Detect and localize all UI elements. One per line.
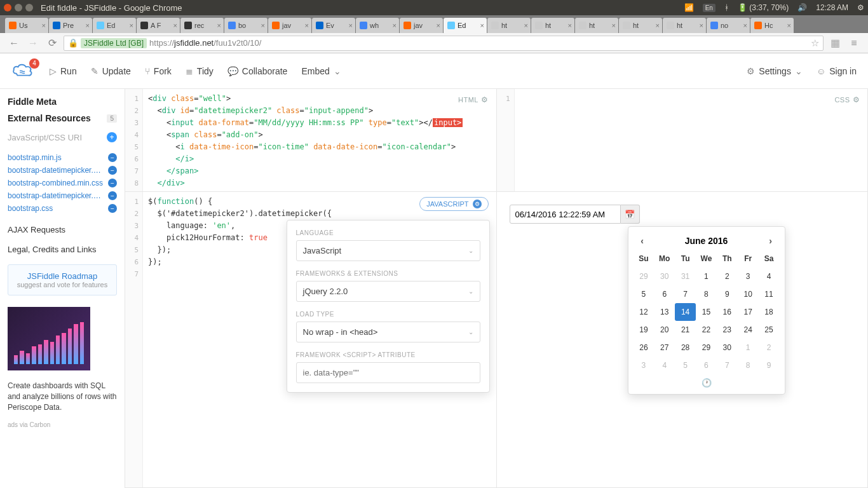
browser-tab[interactable]: ht× (575, 18, 618, 33)
calendar-day[interactable]: 25 (759, 321, 780, 339)
calendar-day[interactable]: 22 (696, 321, 717, 339)
embed-button[interactable]: Embed⌄ (301, 66, 341, 76)
close-tab-icon[interactable]: × (700, 22, 703, 29)
loadtype-select[interactable]: No wrap - in <head>⌄ (296, 322, 480, 342)
close-tab-icon[interactable]: × (612, 22, 616, 29)
close-tab-icon[interactable]: × (480, 22, 484, 29)
next-month-button[interactable]: › (764, 236, 777, 246)
external-resources-heading[interactable]: External Resources (8, 113, 91, 123)
forward-button[interactable]: → (25, 36, 41, 51)
calendar-day[interactable]: 21 (675, 321, 696, 339)
browser-tab[interactable]: ht× (531, 18, 574, 33)
settings-button[interactable]: ⚙Settings⌄ (747, 66, 803, 76)
calendar-day[interactable]: 12 (634, 303, 654, 321)
wifi-icon[interactable]: 📶 (684, 3, 694, 12)
calendar-day[interactable]: 24 (738, 321, 759, 339)
calendar-day[interactable]: 14 (675, 303, 696, 321)
jsfiddle-logo[interactable]: 4 (11, 62, 36, 80)
time-toggle-button[interactable]: 🕐 (634, 374, 780, 389)
calendar-day[interactable]: 8 (696, 285, 717, 303)
browser-tab[interactable]: ht× (619, 18, 662, 33)
gear-icon[interactable]: ⚙ (481, 95, 489, 104)
calendar-day[interactable]: 20 (654, 321, 675, 339)
notifications-badge[interactable]: 4 (29, 58, 39, 69)
window-close-button[interactable] (4, 4, 11, 11)
calendar-day[interactable]: 28 (675, 339, 696, 356)
calendar-day[interactable]: 30 (654, 268, 675, 285)
update-button[interactable]: ✎Update (91, 66, 131, 76)
roadmap-card[interactable]: JSFiddle Roadmap suggest and vote for fe… (8, 264, 117, 295)
css-pane[interactable]: CSS⚙ 1 (497, 89, 869, 192)
close-tab-icon[interactable]: × (261, 22, 265, 29)
close-tab-icon[interactable]: × (656, 22, 660, 29)
calendar-day[interactable]: 2 (717, 268, 738, 285)
calendar-day[interactable]: 5 (675, 356, 696, 374)
window-maximize-button[interactable] (25, 4, 33, 11)
resource-item[interactable]: bootstrap-combined.min.css− (8, 177, 117, 189)
calendar-day[interactable]: 26 (634, 339, 654, 356)
calendar-day[interactable]: 9 (759, 356, 780, 374)
calendar-day[interactable]: 27 (654, 339, 675, 356)
ad-image[interactable] (8, 307, 90, 370)
calendar-day[interactable]: 19 (634, 321, 654, 339)
remove-resource-button[interactable]: − (108, 153, 117, 162)
calendar-day[interactable]: 29 (634, 268, 654, 285)
calendar-day[interactable]: 6 (654, 285, 675, 303)
html-editor[interactable]: <div class="well"> <div id="datetimepick… (143, 89, 496, 191)
calendar-day[interactable]: 11 (759, 285, 780, 303)
calendar-day[interactable]: 4 (759, 268, 780, 285)
close-tab-icon[interactable]: × (437, 22, 440, 29)
script-attr-input[interactable] (296, 362, 480, 383)
close-tab-icon[interactable]: × (787, 22, 791, 29)
browser-tab[interactable]: Ed× (444, 18, 487, 33)
volume-icon[interactable]: 🔊 (797, 3, 807, 12)
lang-indicator[interactable]: En (703, 4, 715, 12)
browser-tab[interactable]: A F× (137, 18, 180, 33)
calendar-day[interactable]: 6 (696, 356, 717, 374)
calendar-day[interactable]: 3 (738, 268, 759, 285)
datetime-input[interactable] (510, 205, 621, 224)
close-tab-icon[interactable]: × (568, 22, 572, 29)
add-resource-button[interactable]: + (107, 132, 117, 142)
close-tab-icon[interactable]: × (86, 22, 90, 29)
browser-tab[interactable]: jav× (268, 18, 311, 33)
browser-tab[interactable]: bo× (224, 18, 268, 33)
fiddle-meta-heading[interactable]: Fiddle Meta (8, 97, 117, 107)
window-minimize-button[interactable] (15, 4, 22, 11)
gear-icon[interactable]: ⚙ (853, 95, 860, 104)
clock[interactable]: 12:28 AM (816, 3, 848, 12)
calendar-day[interactable]: 2 (759, 339, 780, 356)
js-pane[interactable]: JAVASCRIPT ⚙ 1234567 $(function() { $('#… (125, 192, 497, 488)
browser-tab[interactable]: jav× (400, 18, 443, 33)
browser-tab[interactable]: Hc× (750, 18, 794, 33)
remove-resource-button[interactable]: − (108, 204, 117, 213)
calendar-day[interactable]: 7 (717, 356, 738, 374)
calendar-day[interactable]: 7 (675, 285, 696, 303)
calendar-day[interactable]: 16 (717, 303, 738, 321)
css-editor[interactable] (515, 89, 868, 191)
ad-attribution[interactable]: ads via Carbon (8, 421, 117, 428)
resource-item[interactable]: bootstrap.css− (8, 202, 117, 215)
browser-tab[interactable]: ht× (663, 18, 706, 33)
framework-select[interactable]: jQuery 2.2.0⌄ (296, 281, 480, 302)
gear-icon[interactable]: ⚙ (857, 3, 864, 12)
browser-tab[interactable]: wh× (356, 18, 399, 33)
remove-resource-button[interactable]: − (108, 191, 117, 200)
battery-indicator[interactable]: 🔋 (3:37, 70%) (738, 3, 789, 12)
close-tab-icon[interactable]: × (217, 22, 221, 29)
back-button[interactable]: ← (6, 36, 22, 51)
browser-tab[interactable]: Ev× (312, 18, 355, 33)
calendar-day[interactable]: 13 (654, 303, 675, 321)
reload-button[interactable]: ⟳ (44, 36, 60, 51)
js-settings-pill[interactable]: JAVASCRIPT ⚙ (419, 197, 488, 211)
ad-text[interactable]: Create dashboards with SQL and analyze b… (8, 381, 117, 412)
close-tab-icon[interactable]: × (173, 22, 177, 29)
close-tab-icon[interactable]: × (349, 22, 353, 29)
close-tab-icon[interactable]: × (42, 22, 46, 29)
calendar-day[interactable]: 18 (759, 303, 780, 321)
calendar-day[interactable]: 1 (696, 268, 717, 285)
month-title[interactable]: June 2016 (685, 236, 728, 246)
calendar-day[interactable]: 30 (717, 339, 738, 356)
resource-item[interactable]: bootstrap-datetimepicker.min.js− (8, 164, 117, 177)
tidy-button[interactable]: ≣Tidy (186, 66, 214, 76)
